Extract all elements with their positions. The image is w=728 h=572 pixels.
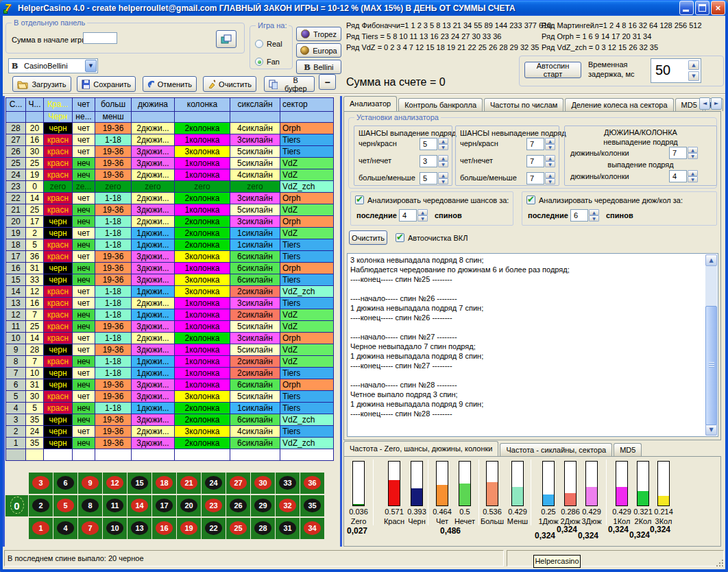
tab-2[interactable]: Контроль банкролла: [398, 98, 483, 111]
history-table-row[interactable]: 2125красннеч19-363дюжи...1колонка5сиклай…: [6, 204, 334, 216]
history-table-row[interactable]: 2630краснчет19-363дюжи...3колонка5сиклай…: [6, 146, 334, 158]
board-number-11[interactable]: 11: [103, 495, 127, 516]
board-number-1[interactable]: 1: [29, 518, 53, 539]
board-number-33[interactable]: 33: [276, 473, 300, 494]
board-number-22[interactable]: 22: [202, 518, 226, 539]
history-table-row[interactable]: 2525красннеч19-363дюжи...1колонка5сиклай…: [6, 158, 334, 169]
board-number-36[interactable]: 36: [300, 473, 324, 494]
board-number-7[interactable]: 7: [78, 518, 102, 539]
tab-2[interactable]: Частота - сиклайны, сектора: [500, 443, 612, 456]
history-table-row[interactable]: 135черннеч19-363дюжи...2колонка6сиклайнV…: [6, 438, 334, 449]
board-number-35[interactable]: 35: [300, 495, 324, 516]
collapse-button[interactable]: −: [319, 74, 336, 90]
spin-down-icon[interactable]: ▼: [688, 176, 698, 182]
close-button[interactable]: ×: [711, 1, 725, 15]
tab-4[interactable]: Деление колеса на сектора: [565, 98, 673, 111]
board-number-32[interactable]: 32: [276, 495, 300, 516]
spin-up-icon[interactable]: ▲: [417, 209, 428, 215]
save-button[interactable]: Сохранить: [77, 76, 136, 92]
history-table-row[interactable]: 1316краснчет1-182дюжи...1колонка3сиклайн…: [6, 298, 334, 309]
board-number-21[interactable]: 21: [177, 473, 201, 494]
history-table-row[interactable]: 335черннеч19-363дюжи...2колонка6сиклайнV…: [6, 414, 334, 426]
history-table-row[interactable]: 1014краснчет1-182дюжи...2колонка3сиклайн…: [6, 333, 334, 344]
copy-buffer-button[interactable]: В буфер: [264, 76, 315, 92]
board-number-24[interactable]: 24: [202, 473, 226, 494]
tab-1[interactable]: Анализатор: [343, 96, 397, 111]
tab-scroll-right-icon[interactable]: ►: [711, 97, 722, 110]
board-number-15[interactable]: 15: [128, 473, 151, 494]
spin-up-icon[interactable]: ▲: [545, 155, 555, 161]
spin-up-icon[interactable]: ▲: [438, 155, 448, 161]
scroll-down-icon[interactable]: ▼: [705, 424, 717, 436]
spin-up-icon[interactable]: ▲: [589, 209, 599, 215]
board-number-26[interactable]: 26: [226, 495, 250, 516]
alt-dozen-checkbox[interactable]: ✔: [526, 195, 535, 204]
board-number-6[interactable]: 6: [53, 473, 77, 494]
tab-3[interactable]: Частоты по числам: [484, 98, 563, 111]
history-table-row[interactable]: 224чернчет19-362дюжи...3колонка4сиклайнT…: [6, 426, 334, 438]
maximize-button[interactable]: [695, 1, 709, 15]
scroll-up-icon[interactable]: ▲: [705, 254, 717, 266]
board-number-5[interactable]: 5: [53, 495, 77, 516]
history-table-row[interactable]: 192чернчет1-181дюжи...2колонка1сиклайнVd…: [6, 228, 334, 239]
history-table-row[interactable]: 2419красннеч19-362дюжи...1колонка4сиклай…: [6, 169, 334, 181]
spin-up-icon[interactable]: ▲: [688, 147, 698, 153]
analyzer-log[interactable]: 3 колонка невыпадала подряд 8 спин; Набл…: [347, 253, 718, 437]
delay-spin-up[interactable]: ▲: [688, 60, 699, 70]
load-button[interactable]: Загрузить: [12, 76, 71, 92]
board-number-34[interactable]: 34: [300, 518, 324, 539]
history-table-row[interactable]: 2214краснчет1-182дюжи...2колонка3сиклайн…: [6, 193, 334, 204]
undo-button[interactable]: Отменить: [143, 76, 197, 92]
board-number-31[interactable]: 31: [276, 518, 300, 539]
analyzer-clear-button[interactable]: Очистить: [349, 230, 387, 245]
radio-real[interactable]: Real: [255, 40, 282, 48]
board-number-19[interactable]: 19: [177, 518, 201, 539]
tab-scroll-left-icon[interactable]: ◄: [699, 97, 710, 110]
scrollbar-thumb[interactable]: [705, 306, 717, 425]
history-table-row[interactable]: 87красннеч1-181дюжи...1колонка2сиклайнVd…: [6, 356, 334, 368]
spin-down-icon[interactable]: ▼: [438, 178, 448, 184]
spin-up-icon[interactable]: ▲: [688, 170, 698, 176]
delay-spin[interactable]: 50 ▲ ▼: [651, 58, 701, 83]
history-table-row[interactable]: 2716краснчет1-182дюжи...1колонка3сиклайн…: [6, 134, 334, 146]
radio-fan[interactable]: Fan: [255, 58, 280, 66]
history-table-row[interactable]: 127красннеч1-181дюжи...1колонка2сиклайнV…: [6, 309, 334, 321]
tab-1[interactable]: Частота - Zero, шансы, дюжины, колонки: [343, 441, 498, 456]
to-panel-button[interactable]: [216, 30, 236, 48]
casino-button-tropez[interactable]: Tropez: [296, 27, 341, 41]
board-zero-cell[interactable]: 0: [5, 495, 28, 516]
board-number-8[interactable]: 8: [78, 495, 102, 516]
tab-3[interactable]: MD5: [614, 443, 642, 456]
log-scrollbar[interactable]: ▲ ▼: [705, 254, 717, 436]
board-number-23[interactable]: 23: [202, 495, 226, 516]
history-table-row[interactable]: 631черннеч19-363дюжи...1колонка6сиклайнO…: [6, 379, 334, 391]
board-number-20[interactable]: 20: [177, 495, 201, 516]
board-number-27[interactable]: 27: [226, 473, 250, 494]
history-table-row[interactable]: 530краснчет19-363дюжи...3колонка5сиклайн…: [6, 391, 334, 403]
splitter[interactable]: [340, 96, 342, 547]
spin-down-icon[interactable]: ▼: [688, 153, 698, 159]
history-table-row[interactable]: 2820чернчет19-362дюжи...2колонка4сиклайн…: [6, 123, 334, 134]
start-sum-input[interactable]: [83, 32, 117, 44]
spin-down-icon[interactable]: ▼: [589, 215, 599, 222]
board-number-16[interactable]: 16: [152, 518, 176, 539]
combo-dropdown-button[interactable]: ▼: [85, 60, 97, 72]
casino-button-europa[interactable]: Europa: [296, 43, 341, 58]
board-number-29[interactable]: 29: [251, 495, 275, 516]
casino-select[interactable]: B CasinoBellini ▼: [8, 58, 98, 73]
history-table-row[interactable]: 2017черннеч1-182дюжи...2колонка3сиклайнO…: [6, 216, 334, 228]
history-table-row[interactable]: 1631черннеч19-363дюжи...1колонка6сиклайн…: [6, 263, 334, 274]
resize-grip[interactable]: [716, 559, 724, 567]
history-table-row[interactable]: 185красннеч1-181дюжи...2колонка1сиклайнT…: [6, 239, 334, 251]
history-table-row[interactable]: 1125красннеч19-363дюжи...1колонка5сиклай…: [6, 321, 334, 333]
spin-down-icon[interactable]: ▼: [438, 144, 448, 150]
board-number-10[interactable]: 10: [103, 518, 127, 539]
board-number-4[interactable]: 4: [53, 518, 77, 539]
spin-up-icon[interactable]: ▲: [438, 138, 448, 144]
board-number-25[interactable]: 25: [226, 518, 250, 539]
spin-up-icon[interactable]: ▲: [438, 172, 448, 178]
autospin-start-button[interactable]: Автоспин старт: [524, 62, 581, 78]
history-table-row[interactable]: 45красннеч1-181дюжи...2колонка1сиклайнTi…: [6, 403, 334, 414]
clear-button[interactable]: Очистить: [203, 76, 256, 92]
spin-down-icon[interactable]: ▼: [438, 161, 448, 167]
